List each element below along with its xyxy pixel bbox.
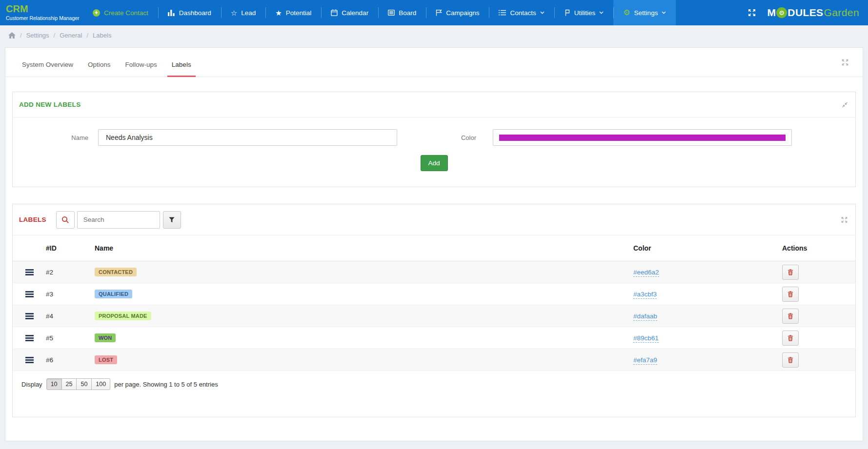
- add-new-labels-panel: ADD NEW LABELS Name Color Add: [12, 92, 856, 187]
- fullscreen-icon[interactable]: [747, 8, 756, 17]
- row-id: #6: [46, 356, 95, 364]
- color-value-link[interactable]: #89cb61: [633, 334, 659, 343]
- nav-label: Create Contact: [104, 9, 148, 17]
- per-page-25[interactable]: 25: [62, 378, 77, 390]
- nav-campaigns[interactable]: Campaigns: [426, 0, 489, 25]
- nav-calendar[interactable]: Calendar: [321, 0, 378, 25]
- table-row: #3 QUALIFIED #a3cbf3: [13, 283, 855, 305]
- drag-handle-icon[interactable]: [25, 357, 34, 363]
- nav-settings[interactable]: ⚙ Settings: [613, 0, 676, 25]
- drag-handle-icon[interactable]: [25, 335, 34, 341]
- drag-handle-icon[interactable]: [25, 269, 34, 275]
- nav-label: Contacts: [510, 9, 536, 17]
- drag-handle-icon[interactable]: [25, 313, 34, 319]
- search-button[interactable]: [56, 211, 75, 229]
- nav-create-contact[interactable]: + Create Contact: [83, 0, 158, 25]
- color-value-link[interactable]: #a3cbf3: [633, 291, 657, 299]
- drag-handle-icon[interactable]: [25, 291, 34, 297]
- nav-lead[interactable]: ☆ Lead: [221, 0, 266, 25]
- settings-tabs: System Overview Options Follow-ups Label…: [5, 48, 863, 77]
- label-name-input[interactable]: [98, 129, 397, 146]
- per-page-group: 10 25 50 100: [46, 378, 111, 390]
- color-value-link[interactable]: #efa7a9: [633, 356, 657, 365]
- nav-dashboard[interactable]: Dashboard: [158, 0, 221, 25]
- app-subtitle: Customer Relationship Manager: [6, 15, 83, 21]
- nav-label: Lead: [241, 9, 256, 17]
- display-label: Display: [21, 381, 42, 388]
- logo-text-garden: Garden: [824, 7, 859, 19]
- per-page-50[interactable]: 50: [77, 378, 92, 390]
- delete-button[interactable]: [782, 309, 799, 324]
- color-label: Color: [430, 134, 476, 141]
- pagination: Display 10 25 50 100 per page. Showing 1…: [13, 371, 855, 417]
- breadcrumb-labels[interactable]: Labels: [93, 32, 111, 39]
- header-name: Name: [95, 244, 633, 252]
- header-color: Color: [633, 244, 782, 252]
- trash-icon: [787, 269, 793, 275]
- signpost-icon: [564, 9, 570, 16]
- calendar-icon: [331, 9, 338, 16]
- tab-follow-ups[interactable]: Follow-ups: [125, 61, 157, 77]
- nav-board[interactable]: Board: [378, 0, 426, 25]
- star-outline-icon: ☆: [231, 9, 237, 17]
- board-icon: [388, 10, 395, 16]
- list-icon: [499, 10, 506, 16]
- breadcrumb-general[interactable]: General: [60, 32, 82, 39]
- trash-icon: [787, 357, 793, 363]
- bar-chart-icon: [168, 9, 175, 16]
- modulesgarden-logo[interactable]: M⚙DULESGarden: [767, 7, 859, 19]
- nav-label: Utilities: [574, 9, 596, 17]
- collapse-icon[interactable]: [842, 101, 848, 108]
- tab-labels[interactable]: Labels: [172, 61, 191, 77]
- label-badge: QUALIFIED: [95, 290, 132, 298]
- nav-label: Potential: [286, 9, 312, 17]
- home-icon[interactable]: [8, 32, 16, 39]
- top-navbar: CRM Customer Relationship Manager + Crea…: [0, 0, 868, 25]
- table-row: #2 CONTACTED #eed6a2: [13, 261, 855, 283]
- label-badge: CONTACTED: [95, 268, 137, 276]
- app-brand[interactable]: CRM Customer Relationship Manager: [0, 0, 83, 25]
- delete-button[interactable]: [782, 352, 799, 368]
- label-badge: WON: [95, 333, 116, 342]
- chevron-down-icon: [662, 11, 666, 14]
- label-badge: LOST: [95, 355, 117, 364]
- tab-options[interactable]: Options: [88, 61, 111, 77]
- color-value-link[interactable]: #eed6a2: [633, 269, 659, 277]
- trash-icon: [787, 291, 793, 297]
- trash-icon: [787, 335, 793, 341]
- app-title: CRM: [6, 3, 83, 14]
- color-picker-field[interactable]: [493, 129, 792, 146]
- nav-contacts[interactable]: Contacts: [489, 0, 554, 25]
- color-swatch-bar: [499, 135, 786, 141]
- settings-card: System Overview Options Follow-ups Label…: [5, 47, 863, 441]
- plus-circle-icon: +: [93, 9, 100, 17]
- delete-button[interactable]: [782, 265, 799, 280]
- filter-button[interactable]: [163, 211, 181, 229]
- expand-icon[interactable]: [841, 216, 848, 223]
- per-page-10[interactable]: 10: [46, 378, 62, 390]
- table-header-row: #ID Name Color Actions: [13, 235, 855, 261]
- flag-icon: [436, 9, 442, 16]
- row-id: #5: [46, 334, 95, 342]
- tab-system-overview[interactable]: System Overview: [22, 61, 73, 77]
- add-button[interactable]: Add: [420, 155, 447, 171]
- labels-panel: LABELS #ID Name Color Actions #2 CONTACT…: [12, 204, 856, 417]
- nav-label: Calendar: [342, 9, 368, 17]
- breadcrumb-settings[interactable]: Settings: [26, 32, 49, 39]
- label-badge: PROPOSAL MADE: [95, 312, 151, 320]
- search-input[interactable]: [77, 211, 160, 229]
- delete-button[interactable]: [782, 287, 799, 302]
- nav-utilities[interactable]: Utilities: [554, 0, 614, 25]
- funnel-icon: [169, 217, 175, 223]
- per-page-100[interactable]: 100: [92, 378, 110, 390]
- delete-button[interactable]: [782, 331, 799, 346]
- breadcrumb: / Settings / General / Labels: [0, 25, 868, 45]
- panel-title: ADD NEW LABELS: [19, 101, 81, 108]
- row-id: #4: [46, 312, 95, 320]
- main-nav: + Create Contact Dashboard ☆ Lead ★ Pote…: [83, 0, 676, 25]
- row-id: #2: [46, 269, 95, 276]
- nav-label: Board: [399, 9, 416, 17]
- nav-potential[interactable]: ★ Potential: [265, 0, 321, 25]
- expand-icon[interactable]: [841, 59, 849, 66]
- color-value-link[interactable]: #dafaab: [633, 312, 657, 321]
